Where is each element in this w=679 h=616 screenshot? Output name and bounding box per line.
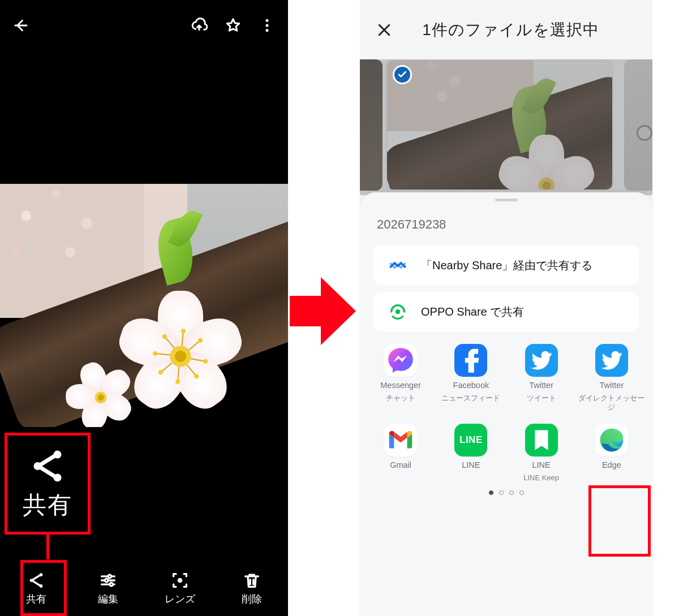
gmail-icon — [384, 424, 417, 456]
app-name: Edge — [602, 460, 621, 469]
pager-dot[interactable] — [499, 490, 504, 495]
share-icon — [22, 446, 73, 486]
share-file-id: 2026719238 — [360, 201, 652, 239]
lens-icon — [170, 571, 190, 590]
messenger-icon — [384, 344, 417, 377]
app-sub: LINE Keep — [523, 473, 559, 483]
close-icon[interactable] — [376, 21, 393, 38]
share-apps-grid: Messenger チャット Facebook ニュースフィード Twitter… — [360, 331, 652, 486]
bottom-label: 編集 — [98, 592, 118, 606]
highlight-connector — [46, 535, 49, 559]
photo-viewer-top-bar — [0, 0, 288, 51]
star-icon[interactable] — [225, 17, 242, 34]
left-phone-screen: 共有 共有 編集 レンズ 削除 — [0, 0, 288, 616]
bottom-item-delete[interactable]: 削除 — [216, 560, 288, 616]
oppo-share-option[interactable]: OPPO Share で共有 — [373, 292, 639, 331]
app-name: Messenger — [380, 381, 421, 390]
app-sub: チャット — [386, 394, 415, 403]
bottom-label: 削除 — [242, 592, 262, 606]
app-name: Twitter — [529, 381, 553, 390]
pager-dot[interactable] — [489, 490, 493, 495]
app-twitter-tweet[interactable]: Twitter ツイート — [506, 344, 577, 412]
svg-point-0 — [266, 19, 269, 22]
svg-point-11 — [110, 583, 113, 586]
app-line[interactable]: LINE LINE — [436, 424, 506, 483]
share-callout-highlight: 共有 — [5, 433, 91, 535]
photo-thumbnail[interactable] — [0, 184, 288, 427]
app-name: Twitter — [600, 381, 624, 390]
app-facebook[interactable]: Facebook ニュースフィード — [436, 344, 506, 412]
bottom-item-lens[interactable]: レンズ — [144, 560, 216, 616]
edge-app-highlight — [588, 485, 651, 557]
app-name: LINE — [532, 460, 551, 469]
pager-dot[interactable] — [519, 490, 524, 495]
svg-point-2 — [266, 29, 269, 32]
svg-point-10 — [105, 579, 108, 582]
svg-point-9 — [108, 575, 111, 578]
app-twitter-dm[interactable]: Twitter ダイレクトメッセージ — [577, 344, 647, 412]
oppo-share-icon — [388, 302, 407, 321]
svg-point-12 — [178, 578, 183, 583]
edge-icon — [595, 424, 628, 456]
app-sub: ダイレクトメッセージ — [577, 394, 647, 412]
pager-dot[interactable] — [509, 490, 514, 495]
trash-icon — [242, 571, 261, 590]
selection-title: 1件のファイルを選択中 — [402, 19, 637, 41]
app-name: Gmail — [390, 460, 411, 469]
flow-arrow-icon — [290, 277, 358, 345]
tune-icon — [98, 571, 118, 590]
card-label: OPPO Share で共有 — [421, 304, 524, 320]
app-gmail[interactable]: Gmail — [366, 424, 436, 483]
twitter-icon — [525, 344, 558, 377]
share-callout-label: 共有 — [23, 489, 72, 521]
share-button-highlight — [20, 560, 67, 616]
app-messenger[interactable]: Messenger チャット — [366, 344, 436, 412]
svg-point-13 — [396, 309, 401, 315]
cloud-upload-icon[interactable] — [191, 17, 208, 34]
app-edge[interactable]: Edge — [577, 424, 647, 483]
app-sub: ニュースフィード — [441, 394, 500, 403]
app-name: LINE — [462, 460, 480, 469]
nearby-share-icon — [388, 256, 407, 275]
bottom-label: レンズ — [165, 592, 195, 606]
app-name: Facebook — [453, 381, 489, 390]
back-arrow-icon[interactable] — [12, 17, 29, 34]
app-line-keep[interactable]: LINE LINE Keep — [506, 424, 577, 483]
app-sub: ツイート — [527, 394, 556, 403]
selected-checkmark-icon[interactable] — [393, 65, 412, 84]
bottom-item-edit[interactable]: 編集 — [72, 560, 144, 616]
right-phone-screen: 1件のファイルを選択中 2026719238 — [360, 0, 652, 616]
facebook-icon — [454, 344, 487, 377]
selection-header: 1件のファイルを選択中 — [360, 0, 652, 59]
twitter-icon — [595, 344, 628, 377]
line-keep-icon — [525, 424, 558, 456]
nearby-share-option[interactable]: 「Nearby Share」経由で共有する — [373, 245, 639, 285]
svg-point-1 — [266, 24, 269, 27]
line-icon: LINE — [454, 424, 487, 456]
card-label: 「Nearby Share」経由で共有する — [421, 258, 592, 273]
more-vert-icon[interactable] — [259, 17, 276, 34]
